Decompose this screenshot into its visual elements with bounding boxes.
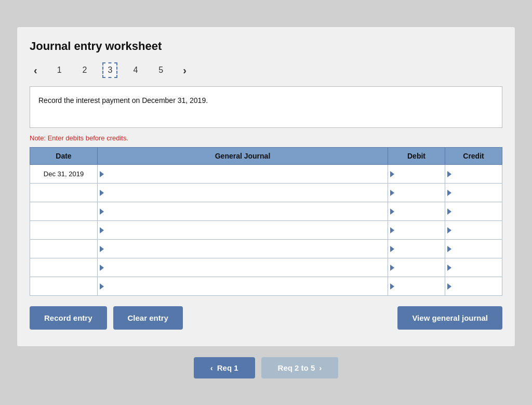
table-row: Dec 31, 2019 <box>30 165 502 184</box>
col-header-journal: General Journal <box>98 148 388 165</box>
row-indicator-icon <box>100 283 104 290</box>
bottom-navigation: Req 1 Req 2 to 5 <box>194 357 339 378</box>
journal-input-5[interactable] <box>104 258 388 277</box>
req2-button[interactable]: Req 2 to 5 <box>261 357 339 378</box>
page-title: Journal entry worksheet <box>30 40 502 53</box>
credit-input-4[interactable] <box>451 240 502 258</box>
credit-cell-1[interactable] <box>445 184 502 202</box>
action-buttons: Record entry Clear entry View general jo… <box>30 306 502 330</box>
credit-indicator-icon <box>447 265 451 271</box>
row-indicator-icon <box>100 171 104 177</box>
credit-indicator-icon <box>447 227 451 233</box>
debit-indicator-icon <box>390 171 394 177</box>
col-header-debit: Debit <box>388 148 445 165</box>
row-indicator-icon <box>100 265 104 271</box>
tab-navigation: ‹ 1 2 3 4 5 › <box>30 62 502 78</box>
record-entry-button[interactable]: Record entry <box>30 306 107 330</box>
debit-indicator-icon <box>390 208 394 215</box>
main-container: Journal entry worksheet ‹ 1 2 3 4 5 › Re… <box>17 27 515 347</box>
debit-input-1[interactable] <box>394 184 445 202</box>
date-cell-1 <box>30 184 98 202</box>
journal-input-6[interactable] <box>104 277 388 295</box>
credit-cell-6[interactable] <box>445 277 502 296</box>
tab-2[interactable]: 2 <box>77 62 92 78</box>
journal-input-0[interactable] <box>104 165 388 183</box>
debit-cell-2[interactable] <box>388 202 445 221</box>
debit-cell-1[interactable] <box>388 184 445 202</box>
row-indicator-icon <box>100 227 104 233</box>
debit-input-2[interactable] <box>394 202 445 220</box>
req1-button[interactable]: Req 1 <box>194 357 255 378</box>
table-row <box>30 258 502 277</box>
table-row <box>30 221 502 240</box>
debit-indicator-icon <box>390 227 394 233</box>
credit-input-1[interactable] <box>451 184 502 202</box>
tab-4[interactable]: 4 <box>128 62 143 78</box>
debit-cell-5[interactable] <box>388 258 445 277</box>
credit-cell-5[interactable] <box>445 258 502 277</box>
req2-label: Req 2 to 5 <box>278 363 315 372</box>
debit-cell-6[interactable] <box>388 277 445 296</box>
debit-cell-0[interactable] <box>388 165 445 184</box>
credit-cell-4[interactable] <box>445 240 502 258</box>
credit-input-3[interactable] <box>451 221 502 239</box>
journal-cell-5[interactable] <box>98 258 388 277</box>
note-text: Note: Enter debits before credits. <box>30 134 502 142</box>
credit-cell-2[interactable] <box>445 202 502 221</box>
debit-input-6[interactable] <box>394 277 445 295</box>
debit-indicator-icon <box>390 265 394 271</box>
date-cell-0: Dec 31, 2019 <box>30 165 98 184</box>
journal-input-2[interactable] <box>104 202 388 220</box>
credit-cell-0[interactable] <box>445 165 502 184</box>
view-journal-button[interactable]: View general journal <box>397 306 502 330</box>
credit-input-2[interactable] <box>451 202 502 220</box>
tab-3[interactable]: 3 <box>102 62 117 78</box>
date-cell-4 <box>30 240 98 258</box>
credit-indicator-icon <box>447 208 451 215</box>
table-row <box>30 184 502 202</box>
debit-cell-4[interactable] <box>388 240 445 258</box>
journal-cell-4[interactable] <box>98 240 388 258</box>
col-header-date: Date <box>30 148 98 165</box>
req1-label: Req 1 <box>217 363 238 372</box>
table-header-row: Date General Journal Debit Credit <box>30 148 502 165</box>
debit-input-5[interactable] <box>394 258 445 277</box>
col-header-credit: Credit <box>445 148 502 165</box>
tab-1[interactable]: 1 <box>52 62 67 78</box>
date-cell-6 <box>30 277 98 296</box>
journal-cell-3[interactable] <box>98 221 388 240</box>
row-indicator-icon <box>100 208 104 215</box>
instruction-box: Record the interest payment on December … <box>30 86 502 128</box>
debit-cell-3[interactable] <box>388 221 445 240</box>
debit-indicator-icon <box>390 246 394 252</box>
journal-cell-2[interactable] <box>98 202 388 221</box>
credit-input-6[interactable] <box>451 277 502 295</box>
debit-indicator-icon <box>390 283 394 290</box>
credit-indicator-icon <box>447 246 451 252</box>
tab-5[interactable]: 5 <box>153 62 168 78</box>
next-tab-button[interactable]: › <box>179 63 191 77</box>
journal-input-3[interactable] <box>104 221 388 239</box>
credit-indicator-icon <box>447 171 451 177</box>
credit-input-0[interactable] <box>451 165 502 183</box>
debit-input-0[interactable] <box>394 165 445 183</box>
clear-entry-button[interactable]: Clear entry <box>113 306 183 330</box>
journal-cell-1[interactable] <box>98 184 388 202</box>
journal-table: Date General Journal Debit Credit Dec 31… <box>30 147 502 296</box>
journal-cell-0[interactable] <box>98 165 388 184</box>
date-cell-5 <box>30 258 98 277</box>
debit-indicator-icon <box>390 190 394 196</box>
date-cell-3 <box>30 221 98 240</box>
journal-input-4[interactable] <box>104 240 388 258</box>
row-indicator-icon <box>100 246 104 252</box>
table-row <box>30 240 502 258</box>
credit-cell-3[interactable] <box>445 221 502 240</box>
prev-tab-button[interactable]: ‹ <box>30 63 42 77</box>
debit-input-4[interactable] <box>394 240 445 258</box>
row-indicator-icon <box>100 190 104 196</box>
credit-input-5[interactable] <box>451 258 502 277</box>
debit-input-3[interactable] <box>394 221 445 239</box>
journal-cell-6[interactable] <box>98 277 388 296</box>
credit-indicator-icon <box>447 190 451 196</box>
journal-input-1[interactable] <box>104 184 388 202</box>
